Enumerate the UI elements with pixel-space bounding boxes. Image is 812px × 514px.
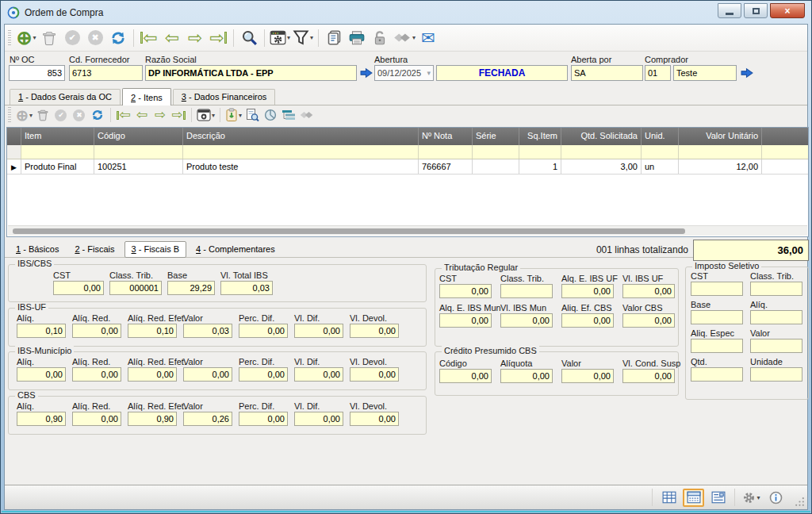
confirm-button[interactable]: ✔ [62,27,82,49]
item-last-button[interactable]: ⇨ [170,106,186,124]
add-button[interactable]: ⊕▾ [16,27,36,49]
trib-aliq-ef-cbs-field[interactable]: 0,00 [561,313,614,328]
comprador-goto-arrow[interactable] [741,67,753,79]
column-header-codigo[interactable]: Código [94,128,183,145]
cst-field[interactable]: 0,00 [53,281,104,295]
search-button[interactable] [239,27,259,49]
item-view-button[interactable]: ▾ [197,106,215,124]
cred-vl-cond-susp-field[interactable]: 0,00 [622,369,675,383]
item-first-button[interactable]: ⇦ [116,106,132,124]
column-header-sq-item[interactable]: Sq.Item [519,128,561,145]
abertura-combobox[interactable]: 09/12/2025 ▾ [374,65,434,81]
column-header-item[interactable]: Item [21,128,94,145]
column-header-valor-ca[interactable]: Valor ca [762,128,809,145]
ibs-mun-vl-devol-field[interactable]: 0,00 [350,367,399,382]
item-add-button[interactable]: ⊕▾ [16,106,33,124]
restore-button[interactable] [744,3,768,18]
impsel-unidade-field[interactable] [750,367,802,382]
base-field[interactable]: 29,29 [167,281,215,295]
column-header-serie[interactable]: Série [473,128,519,145]
ibs-uf-vl-dif-field[interactable]: 0,00 [294,324,343,338]
partners-button[interactable]: ▾ [393,27,416,49]
view-grid-button[interactable] [658,489,680,507]
trib-vl-ibs-mun-field[interactable]: 0,00 [500,313,553,328]
scrollbar-thumb[interactable] [13,228,685,234]
filter-cell[interactable] [94,145,183,159]
trib-alq-ibs-mun-field[interactable]: 0,00 [439,313,492,328]
aberta-por-field[interactable]: SA [571,65,643,81]
cbs-valor-field[interactable]: 0,26 [183,412,232,426]
close-button[interactable]: × [770,3,805,18]
filter-cell[interactable] [419,145,473,159]
filter-cell[interactable] [642,145,679,159]
comprador-name-field[interactable]: Teste [673,65,737,81]
item-confirm-button[interactable]: ✔ [53,106,69,124]
ibs-mun-aliq-red-field[interactable]: 0,00 [72,367,121,382]
trib-alq-ibs-uf-field[interactable]: 0,00 [561,284,614,298]
ibs-mun-perc-dif-field[interactable]: 0,00 [239,367,288,382]
view-form-button[interactable] [707,489,729,507]
cbs-aliq-red-field[interactable]: 0,00 [72,412,121,426]
toolbar-drag-handle[interactable] [8,30,11,46]
resize-grip[interactable] [795,497,805,507]
subtab-complementares[interactable]: 4 - Complementares [190,242,282,257]
first-record-button[interactable]: ⇦ [139,27,159,49]
tab-dados-financeiros[interactable]: 3 - Dados Financeiros [173,89,276,105]
ibs-uf-perc-dif-field[interactable]: 0,00 [239,324,288,338]
filter-button[interactable]: ▾ [293,27,313,49]
ibs-uf-aliq-red-field[interactable]: 0,00 [72,324,121,338]
filter-cell[interactable] [183,145,419,159]
cred-valor-field[interactable]: 0,00 [561,369,614,383]
filter-cell[interactable] [473,145,519,159]
column-header-unid[interactable]: Unid. [642,128,679,145]
grid-data-row[interactable]: ▶ Produto Final 100251 Produto teste 766… [7,159,809,175]
filter-cell[interactable] [519,145,561,159]
unlock-button[interactable] [370,27,390,49]
item-search-button[interactable] [244,106,260,124]
email-button[interactable]: ✉ [418,27,439,49]
info-button[interactable] [765,489,787,507]
column-header-valor-unitario[interactable]: Valor Unitário [679,128,762,145]
titlebar[interactable]: Ordem de Compra × [4,2,808,22]
situacao-field[interactable]: FECHADA [436,65,568,81]
item-partners-button[interactable] [299,106,315,124]
cbs-vl-devol-field[interactable]: 0,00 [350,412,399,426]
filter-cell[interactable] [21,145,94,159]
cd-fornecedor-field[interactable]: 6713 [69,65,143,81]
cred-codigo-field[interactable]: 0,00 [439,369,492,383]
item-chart-button[interactable] [262,106,278,124]
cbs-vl-dif-field[interactable]: 0,00 [294,412,343,426]
item-import-button[interactable]: ▾ [225,106,242,124]
next-record-button[interactable]: ⇨ [185,27,205,49]
fornecedor-goto-arrow[interactable] [360,67,373,79]
cancel-button[interactable]: ✖ [85,27,105,49]
item-next-button[interactable]: ⇨ [152,106,168,124]
item-prior-button[interactable]: ⇦ [134,106,150,124]
horizontal-scrollbar[interactable] [8,225,807,236]
ibs-mun-valor-field[interactable]: 0,00 [183,367,232,382]
ibs-mun-aliq-field[interactable]: 0,00 [17,367,66,382]
impsel-base-field[interactable] [691,310,743,324]
impsel-cst-field[interactable] [691,282,743,296]
tab-dados-gerais[interactable]: 1 - Dados Gerais da OC [10,89,121,105]
last-record-button[interactable]: ⇨ [208,27,228,49]
cbs-perc-dif-field[interactable]: 0,00 [239,412,288,426]
class-trib-field[interactable]: 000001 [109,281,162,295]
impsel-aliq-espec-field[interactable] [691,339,743,353]
tab-itens[interactable]: 2 - Itens [122,88,171,105]
impsel-qtd-field[interactable] [691,367,743,382]
refresh-button[interactable] [108,27,128,49]
item-refresh-button[interactable] [90,106,105,124]
trib-cst-field[interactable]: 0,00 [439,284,492,298]
column-header-qtd-solicitada[interactable]: Qtd. Solicitada [561,128,642,145]
filter-cell[interactable] [762,145,809,159]
print-button[interactable] [347,27,367,49]
filter-cell[interactable] [679,145,762,159]
impsel-aliq-field[interactable] [750,310,802,324]
item-delete-button[interactable] [35,106,51,124]
subtab-basicos[interactable]: 1 - Básicos [10,242,65,257]
copy-documents-button[interactable] [324,27,344,49]
trib-class-trib-field[interactable] [500,284,553,298]
prior-record-button[interactable]: ⇦ [162,27,182,49]
impsel-class-trib-field[interactable] [750,282,802,296]
